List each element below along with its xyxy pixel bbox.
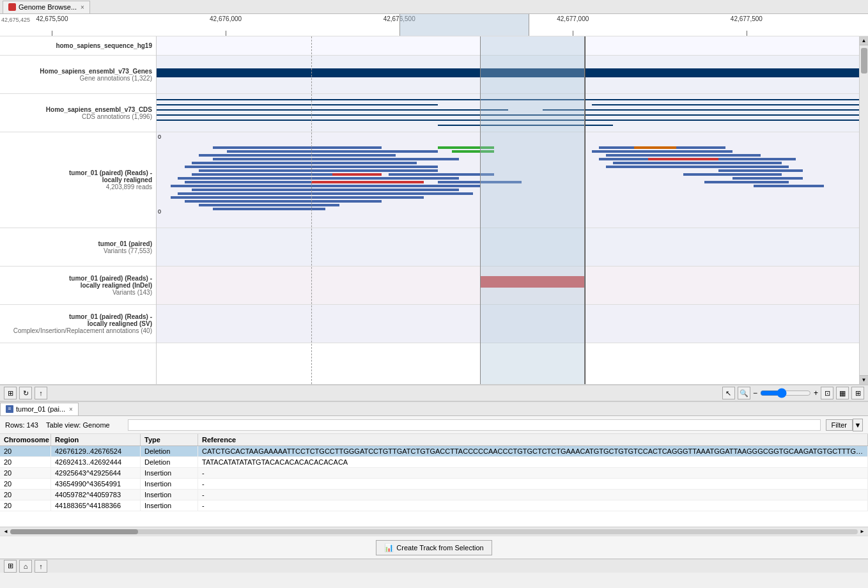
- table-row[interactable]: 20 42692413..42692444 Deletion TATACATAT…: [0, 457, 868, 468]
- filter-dropdown[interactable]: ▼: [853, 419, 863, 431]
- hscroll-right-btn[interactable]: ►: [850, 385, 859, 385]
- create-track-button[interactable]: 📊 Create Track from Selection: [376, 540, 492, 555]
- zoom-slider[interactable]: [760, 388, 811, 398]
- read-bar-9: [178, 177, 459, 180]
- cell-chr-1: 20: [0, 457, 51, 467]
- layout-btn[interactable]: ▦: [836, 387, 849, 399]
- status-home-btn[interactable]: ⌂: [19, 560, 32, 573]
- track-content-cds: [157, 94, 859, 132]
- table-row[interactable]: 20 44059782^44059783 Insertion -: [0, 490, 868, 500]
- zoom-in-btn[interactable]: 🔍: [738, 387, 750, 399]
- cell-region-4: 44059782^44059783: [51, 490, 141, 500]
- cell-type-5: Insertion: [141, 500, 198, 511]
- cursor-mode-btn[interactable]: ↖: [722, 387, 735, 399]
- track-content-sequence: [157, 36, 859, 56]
- cell-type-3: Insertion: [141, 479, 198, 489]
- track-content-variants: [157, 228, 859, 267]
- browser-tab-close[interactable]: ×: [81, 4, 84, 11]
- table-row[interactable]: 20 43654990^43654991 Insertion -: [0, 479, 868, 490]
- table-row[interactable]: 20 42925643^42925644 Insertion -: [0, 468, 868, 479]
- table-row[interactable]: 20 44188365^44188366 Insertion -: [0, 500, 868, 511]
- cell-region-2: 42925643^42925644: [51, 468, 141, 478]
- scroll-down-btn[interactable]: ▼: [860, 375, 869, 384]
- col-header-type: Type: [141, 434, 198, 445]
- table-panel: ≡ tumor_01 (pai... × Rows: 143 Table vie…: [0, 401, 868, 559]
- read-bar-r9: [732, 177, 803, 180]
- fit-view-btn[interactable]: ⊡: [821, 387, 833, 399]
- table-tab-bar: ≡ tumor_01 (pai... ×: [0, 402, 868, 416]
- track-sub-genes: Gene annotations (1,322): [80, 75, 152, 82]
- cell-region-1: 42692413..42692444: [51, 457, 141, 467]
- read-bar-16: [199, 204, 339, 206]
- horizontal-scrollbar-browser[interactable]: ◄ ►: [0, 384, 868, 385]
- chart-icon: 📊: [384, 543, 394, 552]
- read-bar-green-2: [452, 150, 494, 153]
- status-grid-btn[interactable]: ⊞: [4, 560, 17, 573]
- table-hscroll[interactable]: ◄ ►: [0, 527, 868, 536]
- cell-chr-4: 20: [0, 490, 51, 500]
- settings-icon: ⊞: [855, 389, 861, 398]
- read-bar-r11: [754, 185, 824, 187]
- track-name-reads: tumor_01 (paired) (Reads) -locally reali…: [69, 169, 152, 183]
- zoom-plus-label: +: [814, 389, 818, 398]
- browser-tab[interactable]: Genome Browse... ×: [3, 1, 90, 13]
- hscroll-right[interactable]: ►: [858, 529, 867, 535]
- scroll-up-btn[interactable]: ▲: [860, 36, 869, 45]
- read-bar-8: [192, 173, 332, 176]
- hscroll-left[interactable]: ◄: [1, 529, 10, 535]
- table-row[interactable]: 20 42676129..42676524 Deletion CATCTGCAC…: [0, 446, 868, 457]
- layout-icon: ▦: [839, 389, 846, 398]
- table-search-input[interactable]: [128, 419, 821, 431]
- cell-chr-0: 20: [0, 446, 51, 456]
- read-bar-rg1: [634, 146, 676, 149]
- status-home-icon: ⌂: [24, 562, 28, 570]
- cell-ref-4: -: [198, 490, 868, 500]
- filter-button[interactable]: Filter: [826, 419, 853, 431]
- track-content[interactable]: 0 0: [157, 36, 859, 384]
- ruler-label-1: 42,675,500: [36, 15, 68, 22]
- gene-bar-main: [157, 68, 859, 77]
- hscroll-left-btn[interactable]: ◄: [9, 385, 18, 385]
- grid-icon-btn[interactable]: ⊞: [4, 387, 17, 399]
- table-column-headers: Chromosome Region Type Reference: [0, 434, 868, 446]
- track-name-sequence: homo_sapiens_sequence_hg19: [56, 42, 152, 49]
- track-content-reads: 0 0: [157, 132, 859, 228]
- track-label-sequence: homo_sapiens_sequence_hg19: [0, 36, 156, 56]
- cell-ref-1: TATACATATATATGTACACACACACACACACA: [198, 457, 868, 467]
- read-bar-13: [178, 192, 473, 195]
- settings-btn[interactable]: ⊞: [851, 387, 864, 399]
- track-label-cds: Homo_sapiens_ensembl_v73_CDS CDS annotat…: [0, 94, 156, 132]
- ruler-label-2: 42,676,000: [210, 15, 242, 22]
- rows-info: Rows: 143 Table view: Genome: [5, 421, 110, 429]
- genome-browser-area: 42,675,425 42,675,500 42,676,000 42,676,…: [0, 14, 868, 385]
- browser-tab-icon: [8, 3, 16, 11]
- read-bar-r3: [606, 154, 761, 157]
- table-header-bar: Rows: 143 Table view: Genome Filter ▼: [0, 416, 868, 434]
- track-label-variants: tumor_01 (paired) Variants (77,553): [0, 228, 156, 267]
- cell-ref-5: -: [198, 500, 868, 511]
- status-export-btn[interactable]: ↑: [35, 560, 47, 573]
- read-bar-r10: [704, 181, 789, 183]
- fit-icon: ⊡: [825, 389, 830, 398]
- vertical-scrollbar[interactable]: ▲ ▼: [859, 36, 868, 384]
- create-track-bar: 📊 Create Track from Selection: [0, 536, 868, 559]
- table-tab-close[interactable]: ×: [69, 406, 73, 413]
- cell-ref-0: CATCTGCACTAAGAAAAATTCCTCTGCCTTGGGATCCTGT…: [198, 446, 868, 456]
- scroll-thumb[interactable]: [861, 48, 867, 74]
- cds-line-4b: [508, 114, 860, 116]
- toolbar-left-icons: ⊞ ↻ ↑: [4, 387, 47, 399]
- read-bar-10: [185, 181, 311, 183]
- status-grid-icon: ⊞: [8, 562, 13, 570]
- create-track-label: Create Track from Selection: [396, 544, 483, 552]
- reads-zero-label-top: 0: [158, 134, 161, 140]
- export-icon-btn[interactable]: ↑: [35, 387, 47, 399]
- refresh-icon-btn[interactable]: ↻: [19, 387, 32, 399]
- ruler-tick-4: [573, 31, 573, 36]
- hscroll-thumb[interactable]: [10, 529, 138, 534]
- read-bar-12: [192, 189, 459, 191]
- read-bar-6: [185, 166, 438, 168]
- table-tab-tumor[interactable]: ≡ tumor_01 (pai... ×: [0, 403, 79, 415]
- cell-type-4: Insertion: [141, 490, 198, 500]
- browser-toolbar: ⊞ ↻ ↑ ↖ 🔍 − + ⊡ ▦ ⊞: [0, 385, 868, 401]
- hscroll-track: [10, 529, 858, 534]
